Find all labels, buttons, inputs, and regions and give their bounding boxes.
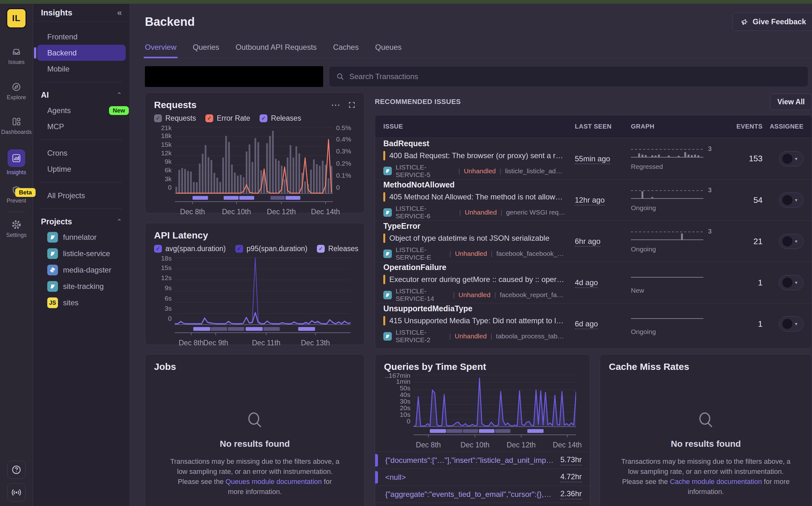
cache-doc-link[interactable]: Cache module documentation [670,478,762,486]
rail-item-issues[interactable]: Issues [0,47,33,66]
project-name: sites [63,299,78,307]
tab-queries[interactable]: Queries [193,40,219,58]
query-text[interactable]: <null> [385,473,554,482]
card-title: Queries by Time Spent [384,361,486,372]
separator: | [494,291,496,299]
sidebar-item-mobile[interactable]: Mobile [33,61,129,77]
rail-item-dashboards[interactable]: Dashboards [0,116,33,136]
issue-row[interactable]: BadRequest 400 Bad Request: The browser … [375,138,812,179]
legend-avg-duration[interactable]: ✓avg(span.duration) [154,245,226,253]
sidebar-item-all-projects[interactable]: All Projects [33,187,129,203]
graph-cell: 3 Ongoing [631,188,725,212]
search-transactions-bar[interactable] [329,66,808,87]
legend-releases[interactable]: ✓Releases [260,114,301,122]
item-label: Frontend [47,32,78,41]
sidebar-item-crons[interactable]: Crons [33,145,129,161]
y-axis-left: 18s15s12s9s6s3s0 [154,257,172,325]
separator: | [449,250,451,257]
query-row[interactable]: {"aggregate":"events_tied_to_email","cur… [375,486,590,503]
compass-icon [11,82,21,92]
query-text[interactable]: {"aggregate":"events_tied_to_email","cur… [385,490,554,499]
separator: | [491,250,492,257]
query-row[interactable]: {"documents":["…"],"insert":"listicle_ad… [375,452,590,469]
project-item-listicle-service[interactable]: listicle-service [33,245,129,262]
legend-error-rate[interactable]: ✓Error Rate [205,114,250,122]
broadcast-button[interactable] [7,483,25,502]
issue-message: Executor error during getMore :: caused … [389,275,565,284]
project-item-site-tracking[interactable]: site-tracking [33,278,129,294]
project-item-funnelator[interactable]: funnelator [33,229,129,245]
tab-outbound-api-requests[interactable]: Outbound API Requests [236,40,317,58]
graph-max-label: 3 [708,186,712,194]
plot-area[interactable] [414,374,576,438]
item-label: All Projects [47,191,85,200]
issue-row[interactable]: TypeError Object of type datetime is not… [375,221,812,262]
rail-label: Settings [6,232,26,239]
assignee-dropdown[interactable]: ▾ [779,192,804,207]
project-item-media-dagster[interactable]: media-dagster [33,262,129,278]
collapse-panel-icon[interactable]: « [117,8,122,18]
plot-area[interactable] [175,257,351,336]
issue-title[interactable]: MethodNotAllowed [383,180,565,189]
query-text[interactable]: {"documents":["…"],"insert":"listicle_ad… [385,456,554,465]
assignee-dropdown[interactable]: ▾ [779,316,804,331]
sidebar-item-mcp[interactable]: MCP [33,118,129,135]
rail-item-explore[interactable]: Explore [0,82,33,101]
card-title: Cache Miss Rates [609,361,689,372]
col-assignee: ASSIGNEE [762,123,804,130]
separator: | [459,208,461,216]
issue-row[interactable]: UnsupportedMediaType 415 Unsupported Med… [375,303,812,344]
org-avatar[interactable]: IL [6,8,26,28]
sidebar-item-frontend[interactable]: Frontend [33,29,129,45]
issue-title[interactable]: OperationFailure [383,263,565,272]
tab-queues[interactable]: Queues [375,40,401,58]
rail-item-insights[interactable]: Insights [0,149,33,176]
megaphone-icon [741,18,749,26]
rail-item-settings[interactable]: Settings [0,220,33,239]
tab-overview[interactable]: Overview [145,40,176,58]
legend-requests[interactable]: ✓Requests [154,114,196,122]
issue-row[interactable]: MethodNotAllowed 405 Method Not Allowed:… [375,179,812,221]
sidebar-item-uptime[interactable]: Uptime [33,161,129,177]
button-label: Give Feedback [753,17,806,26]
issue-title[interactable]: UnsupportedMediaType [383,304,565,313]
project-name: site-tracking [63,282,104,291]
query-row[interactable]: <null> 4.72hr [375,469,590,486]
last-seen-cell: 4d ago [575,278,631,287]
section-ai[interactable]: AI ⌃ [33,87,129,102]
expand-icon[interactable] [348,101,356,109]
magnifier-icon [245,410,265,431]
events-count: 21 [725,237,762,246]
more-options-icon[interactable]: ⋯ [331,103,341,107]
section-projects[interactable]: Projects ⌃ [33,214,129,229]
checkbox-icon: ✓ [260,114,267,122]
graph-status: New [631,287,714,294]
legend-releases[interactable]: ✓Releases [317,245,358,253]
issue-title[interactable]: BadRequest [383,139,565,148]
unhandled-badge: Unhandled [465,208,497,216]
project-filter-redacted[interactable] [145,66,323,87]
help-button[interactable] [7,460,25,479]
assignee-dropdown[interactable]: ▾ [779,151,804,166]
events-count: 54 [725,195,762,205]
graph-cell: 3 Regressed [631,147,725,170]
issues-tray-icon [11,47,21,57]
project-item-sites[interactable]: JS sites [33,294,129,311]
python-icon [47,265,58,275]
issue-row[interactable]: OperationFailure Executor error during g… [375,262,812,303]
search-input[interactable] [349,72,801,81]
sidebar-item-backend[interactable]: Backend [37,45,126,61]
unhandled-badge: Unhandled [455,250,487,257]
sidebar-item-agents[interactable]: Agents New [33,102,129,118]
issue-title[interactable]: TypeError [383,222,565,231]
assignee-dropdown[interactable]: ▾ [779,275,804,290]
queues-doc-link[interactable]: Queues module documentation [225,478,322,486]
assignee-cell: ▾ [762,192,804,207]
legend-p95-duration[interactable]: ✓p95(span.duration) [235,245,307,253]
view-all-button[interactable]: View All [770,94,812,110]
give-feedback-button[interactable]: Give Feedback [732,13,812,31]
events-count: 1 [725,278,762,288]
plot-area[interactable] [175,127,333,204]
assignee-dropdown[interactable]: ▾ [779,234,804,249]
tab-caches[interactable]: Caches [333,40,359,58]
